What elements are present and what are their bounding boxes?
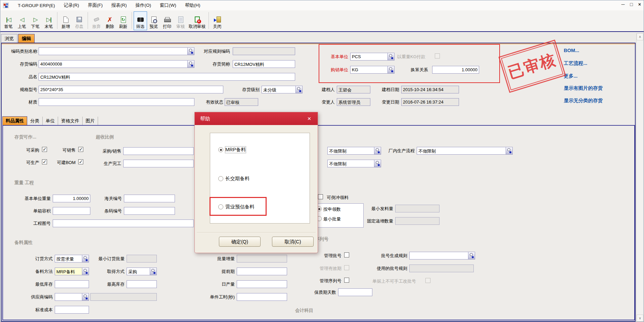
lookup-icon[interactable] <box>82 255 89 263</box>
next-record-button[interactable]: ▷ 下笔 <box>29 11 42 30</box>
material-field[interactable] <box>39 98 194 106</box>
conversion-field[interactable]: 1.00000 <box>432 66 479 74</box>
lookup-icon[interactable] <box>82 268 89 275</box>
factory-flow-field[interactable]: 不做限制 <box>417 147 513 155</box>
lookup-icon[interactable] <box>387 66 395 74</box>
add-button[interactable]: 新增 <box>59 11 73 30</box>
last-record-button[interactable]: ▷| 末笔 <box>42 11 55 30</box>
menu-interface[interactable]: 界面(F) <box>84 1 107 10</box>
ok-button[interactable]: 确定(Q) <box>219 237 261 247</box>
prod-finish-field[interactable] <box>123 160 194 167</box>
tab-images[interactable]: 图片 <box>83 117 98 125</box>
minimize-button[interactable]: ─ <box>621 2 625 7</box>
lookup-icon[interactable] <box>150 268 157 275</box>
scroll-up-icon[interactable]: ∧ <box>637 33 643 40</box>
base-weight-field[interactable]: 1.00000 <box>53 195 90 202</box>
lookup-icon[interactable] <box>374 160 381 167</box>
link-show-with-images[interactable]: 显示有图片的存货 <box>564 85 603 91</box>
daily-output-field[interactable] <box>237 280 287 288</box>
can-bom-checkbox[interactable] <box>78 159 83 164</box>
preview-button[interactable]: 预览 <box>147 11 160 30</box>
manage-batch-checkbox[interactable] <box>344 252 349 257</box>
acquire-method-field[interactable]: 采购 <box>127 268 157 275</box>
menu-operation[interactable]: 操作(O) <box>131 1 156 10</box>
cancel-button[interactable]: 取消(C) <box>272 237 314 247</box>
filter-button[interactable]: 筛选 <box>134 11 147 30</box>
lead-time-field[interactable] <box>237 268 287 275</box>
purchase-sale-field[interactable] <box>123 147 194 155</box>
refresh-button[interactable]: 刷新 <box>117 11 130 30</box>
code-type-field[interactable] <box>39 47 194 55</box>
product-name-field[interactable]: CR12MOV精料 <box>39 73 295 81</box>
customs-code-field[interactable] <box>124 195 175 202</box>
lookup-icon[interactable] <box>82 293 89 301</box>
lookup-icon[interactable] <box>187 60 194 68</box>
link-process-flow[interactable]: 工艺流程... <box>564 60 587 67</box>
help-dialog-titlebar[interactable]: 帮助 <box>195 112 318 125</box>
vertical-scrollbar[interactable]: ∧ ∨ <box>636 33 643 322</box>
std-cost-field[interactable] <box>55 306 89 314</box>
inv-code-field[interactable]: 400400008 <box>39 60 194 68</box>
purchase-sale-label: 采购/销售 <box>96 148 121 154</box>
scroll-down-icon[interactable]: ∨ <box>637 315 643 322</box>
barcode-field[interactable] <box>124 207 175 215</box>
backflush-checkbox[interactable] <box>318 194 323 199</box>
link-bom[interactable]: BOM... <box>564 48 579 53</box>
sellable-checkbox[interactable] <box>78 147 83 152</box>
producible-checkbox[interactable] <box>42 159 47 164</box>
drawing-no-field[interactable] <box>53 219 194 227</box>
barcode-label: 条码编号 <box>98 208 122 214</box>
unit-hours-field[interactable] <box>237 293 287 301</box>
long-leadtime-prep-label[interactable]: 长交期备料 <box>225 175 250 182</box>
min-stock-field[interactable] <box>55 280 89 288</box>
box-volume-field[interactable] <box>53 207 90 215</box>
supplier-code-field[interactable] <box>55 293 89 301</box>
tab-edit[interactable]: 编辑 <box>18 34 35 43</box>
max-stock-field[interactable] <box>127 280 157 288</box>
flow2-field[interactable]: 不做限制 <box>327 160 381 167</box>
tab-item-attributes[interactable]: 料品属性 <box>2 116 27 125</box>
flow1-field[interactable]: 不做限制 <box>327 147 381 155</box>
tab-unit[interactable]: 单位 <box>43 117 58 125</box>
cancel-audit-button[interactable]: 取消审核 <box>187 11 207 30</box>
order-method-field[interactable]: 按需求量 <box>55 255 89 263</box>
close-button[interactable]: × <box>638 2 641 7</box>
tab-qualification-files[interactable]: 资格文件 <box>58 117 83 125</box>
mrp-prep-label[interactable]: MRP备料 <box>225 147 246 153</box>
menu-window[interactable]: 窗口(W) <box>155 1 181 10</box>
section-weight-engineering: 重量 工程 <box>14 180 34 186</box>
lookup-icon[interactable] <box>506 147 513 155</box>
dialog-close-icon[interactable]: × <box>305 114 314 123</box>
prev-record-button[interactable]: ◁ 上笔 <box>15 11 29 30</box>
close-form-button[interactable]: 关闭 <box>211 11 224 30</box>
lookup-icon[interactable] <box>295 86 303 93</box>
menu-tgroup-erp[interactable]: T-GROUP ERP(E) <box>13 2 59 9</box>
long-leadtime-prep-radio[interactable] <box>218 176 223 181</box>
lookup-icon[interactable] <box>374 147 381 155</box>
tab-classification[interactable]: 分类 <box>27 117 43 125</box>
batch-rule-field[interactable] <box>409 252 475 259</box>
first-record-button[interactable]: |◁ 首笔 <box>2 11 15 30</box>
shelf-days-field[interactable] <box>338 288 372 296</box>
spec-field[interactable]: 250*240*35 <box>39 86 223 93</box>
delete-button[interactable]: ✗ 删除 <box>103 11 117 30</box>
link-show-unclassified[interactable]: 显示无分类的存货 <box>564 97 603 104</box>
link-more[interactable]: 更多... <box>564 73 578 79</box>
menu-report[interactable]: 报表(R) <box>107 1 131 10</box>
mrp-prep-radio[interactable] <box>218 147 223 152</box>
lookup-icon[interactable] <box>187 47 194 55</box>
print-button[interactable]: 打印 <box>160 11 174 30</box>
prep-method-field[interactable]: MRP备料 <box>55 268 89 275</box>
base-unit-field[interactable]: PCS <box>350 53 395 61</box>
trade-unit-field[interactable]: KG <box>350 66 395 74</box>
menu-help[interactable]: 帮助(H) <box>181 1 205 10</box>
tab-browse[interactable]: 浏览 <box>1 34 17 43</box>
manage-serial-checkbox[interactable] <box>344 278 349 283</box>
restore-button[interactable]: □ <box>630 2 633 7</box>
menu-record[interactable]: 记录(R) <box>59 1 84 10</box>
lookup-icon[interactable] <box>468 252 475 259</box>
lookup-icon[interactable] <box>387 53 395 61</box>
inv-level-field[interactable]: 未分级 <box>262 86 303 93</box>
purchasable-checkbox[interactable] <box>42 147 47 152</box>
inv-short-field[interactable]: CR12MOV精料 <box>233 60 295 68</box>
